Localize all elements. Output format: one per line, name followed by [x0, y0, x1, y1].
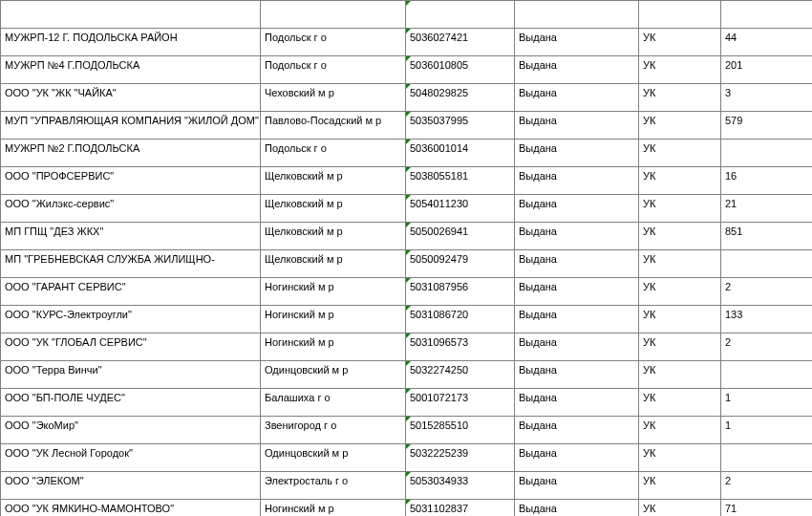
cell-col5: 3 [721, 84, 813, 112]
cell-col0: МУЖРП №2 Г.ПОДОЛЬСКА [1, 140, 261, 167]
cell-col0: ООО "КУРС-Электроугли" [1, 306, 261, 333]
cell-col3: Выдана [515, 444, 639, 472]
cell-col1: Щелковский м р [261, 250, 406, 278]
cell-col1: Ногинский м р [261, 306, 406, 333]
cell-col5 [721, 250, 813, 278]
table-row: ООО "Жилэкс-сервис"Щелковский м р5054011… [1, 195, 813, 223]
cell-col0: ООО "УК ЯМКИНО-МАМОНТОВО" [1, 500, 261, 517]
table-row: ООО "ЭЛЕКОМ"Электросталь г о5053034933Вы… [1, 472, 813, 500]
cell-col5 [721, 361, 813, 389]
cell-col2: 5038055181 [406, 167, 515, 195]
cell-col4: УК [639, 56, 721, 84]
cell-col1: Чеховский м р [261, 84, 406, 112]
cell-col3: Выдана [515, 306, 639, 333]
cell-col2: 5031087956 [406, 278, 515, 306]
table-row [1, 1, 813, 29]
cell-col4: УК [639, 417, 721, 444]
cell-col4: УК [639, 500, 721, 517]
cell-col3: Выдана [515, 333, 639, 361]
cell-col4: УК [639, 306, 721, 333]
cell-col2: 5031086720 [406, 306, 515, 333]
cell-col0: ООО "Терра Винчи" [1, 361, 261, 389]
data-table: МУЖРП-12 Г. ПОДОЛЬСКА РАЙОНПодольск г о5… [0, 0, 812, 516]
cell-col4: УК [639, 333, 721, 361]
cell-col1: Одинцовский м р [261, 444, 406, 472]
cell-col4: УК [639, 250, 721, 278]
table-row: МУЖРП №4 Г.ПОДОЛЬСКАПодольск г о50360108… [1, 56, 813, 84]
cell-col0: ООО "ПРОФСЕРВИС" [1, 167, 261, 195]
cell-col5: 71 [721, 500, 813, 517]
cell-col2: 5032274250 [406, 361, 515, 389]
cell-col0: ООО "ЭкоМир" [1, 417, 261, 444]
cell-col5: 2 [721, 333, 813, 361]
cell-col1: Щелковский м р [261, 167, 406, 195]
cell-col3: Выдана [515, 472, 639, 500]
cell-col1: Павлово-Посадский м р [261, 112, 406, 140]
cell-col0: ООО "Жилэкс-сервис" [1, 195, 261, 223]
cell-col4: УК [639, 389, 721, 417]
cell-col0: МУЖРП-12 Г. ПОДОЛЬСКА РАЙОН [1, 29, 261, 56]
table-row: ООО "УК "ГЛОБАЛ СЕРВИС"Ногинский м р5031… [1, 333, 813, 361]
cell-col3: Выдана [515, 223, 639, 250]
table-row: ООО "УК Лесной Городок"Одинцовский м р50… [1, 444, 813, 472]
table-row: ООО "УК "ЖК "ЧАЙКА"Чеховский м р50480298… [1, 84, 813, 112]
cell-col5: 201 [721, 56, 813, 84]
cell-col5 [721, 140, 813, 167]
cell-col2: 5015285510 [406, 417, 515, 444]
cell-col3: Выдана [515, 56, 639, 84]
cell-col4: УК [639, 140, 721, 167]
cell-col0: ООО "УК "ГЛОБАЛ СЕРВИС" [1, 333, 261, 361]
cell-col3: Выдана [515, 167, 639, 195]
cell-col4: УК [639, 278, 721, 306]
table-row: ООО "ПРОФСЕРВИС"Щелковский м р5038055181… [1, 167, 813, 195]
cell-col4: УК [639, 167, 721, 195]
cell-col2: 5054011230 [406, 195, 515, 223]
cell-col0: МУЖРП №4 Г.ПОДОЛЬСКА [1, 56, 261, 84]
cell-col5: 851 [721, 223, 813, 250]
cell-col5: 44 [721, 29, 813, 56]
cell-col0: ООО "УК "ЖК "ЧАЙКА" [1, 84, 261, 112]
cell-col4: УК [639, 472, 721, 500]
cell-col4: УК [639, 223, 721, 250]
table-row: ООО "ГАРАНТ СЕРВИС"Ногинский м р50310879… [1, 278, 813, 306]
cell-col3: Выдана [515, 389, 639, 417]
cell-col1 [261, 1, 406, 29]
cell-col0: ООО "ГАРАНТ СЕРВИС" [1, 278, 261, 306]
cell-col2: 5036001014 [406, 140, 515, 167]
cell-col5 [721, 1, 813, 29]
cell-col5: 1 [721, 389, 813, 417]
cell-col4: УК [639, 29, 721, 56]
cell-col3: Выдана [515, 417, 639, 444]
cell-col4: УК [639, 112, 721, 140]
cell-col5: 21 [721, 195, 813, 223]
cell-col1: Ногинский м р [261, 500, 406, 517]
table-row: ООО "Терра Винчи"Одинцовский м р50322742… [1, 361, 813, 389]
cell-col5: 16 [721, 167, 813, 195]
table-row: МП "ГРЕБНЕВСКАЯ СЛУЖБА ЖИЛИЩНО-Щелковски… [1, 250, 813, 278]
cell-col2: 5032225239 [406, 444, 515, 472]
table-row: МП ГПЩ "ДЕЗ ЖКХ"Щелковский м р5050026941… [1, 223, 813, 250]
cell-col5: 579 [721, 112, 813, 140]
cell-col2: 5050092479 [406, 250, 515, 278]
cell-col2: 5031102837 [406, 500, 515, 517]
cell-col4 [639, 1, 721, 29]
cell-col1: Щелковский м р [261, 223, 406, 250]
cell-col3: Выдана [515, 250, 639, 278]
cell-col3: Выдана [515, 112, 639, 140]
cell-col0: ООО "БП-ПОЛЕ ЧУДЕС" [1, 389, 261, 417]
cell-col5 [721, 444, 813, 472]
cell-col1: Подольск г о [261, 140, 406, 167]
table-row: ООО "УК ЯМКИНО-МАМОНТОВО"Ногинский м р50… [1, 500, 813, 517]
cell-col1: Подольск г о [261, 56, 406, 84]
cell-col3 [515, 1, 639, 29]
cell-col4: УК [639, 444, 721, 472]
cell-col0: ООО "УК Лесной Городок" [1, 444, 261, 472]
cell-col5: 2 [721, 472, 813, 500]
cell-col3: Выдана [515, 29, 639, 56]
cell-col0: ООО "ЭЛЕКОМ" [1, 472, 261, 500]
cell-col5: 2 [721, 278, 813, 306]
cell-col1: Одинцовский м р [261, 361, 406, 389]
cell-col2: 5035037995 [406, 112, 515, 140]
cell-col1: Щелковский м р [261, 195, 406, 223]
cell-col2: 5001072173 [406, 389, 515, 417]
